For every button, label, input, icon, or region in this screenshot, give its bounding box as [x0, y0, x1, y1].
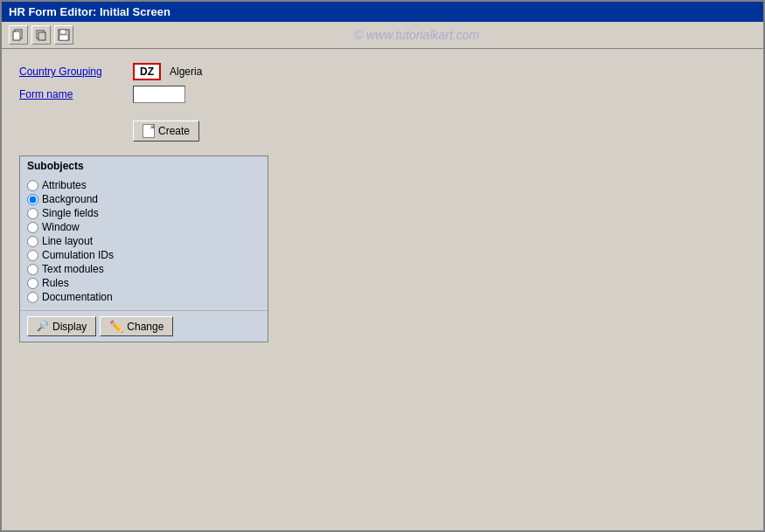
toolbar: © www.tutorialkart.com — [2, 22, 763, 49]
radio-single-fields-label: Single fields — [42, 207, 99, 219]
svg-rect-6 — [59, 35, 68, 40]
create-button[interactable]: Create — [133, 121, 199, 142]
subobjects-box: Subobjects Attributes Background Single … — [19, 155, 268, 342]
change-button-label: Change — [127, 321, 163, 333]
radio-rules-label: Rules — [42, 277, 69, 289]
main-window: HR Form Editor: Initial Screen © www.tut… — [0, 0, 765, 532]
radio-line-layout-label: Line layout — [42, 235, 93, 247]
form-name-label[interactable]: Form name — [19, 88, 133, 100]
form-name-input[interactable] — [133, 86, 185, 103]
content-area: Country Grouping Algeria Form name Creat… — [2, 49, 763, 530]
radio-documentation-input[interactable] — [27, 292, 38, 303]
radio-cumulation-ids-label: Cumulation IDs — [42, 249, 114, 261]
radio-documentation[interactable]: Documentation — [27, 291, 261, 303]
create-button-label: Create — [158, 125, 190, 137]
radio-attributes-label: Attributes — [42, 179, 87, 191]
change-button[interactable]: ✏️ Change — [100, 316, 173, 336]
subobjects-footer: 🔎 Display ✏️ Change — [20, 310, 268, 342]
svg-rect-5 — [60, 30, 66, 34]
create-doc-icon — [143, 124, 155, 138]
save-button[interactable] — [54, 25, 73, 45]
radio-text-modules-input[interactable] — [27, 264, 38, 275]
country-name: Algeria — [170, 66, 202, 78]
radio-window[interactable]: Window — [27, 221, 261, 233]
radio-single-fields[interactable]: Single fields — [27, 207, 261, 219]
radio-window-input[interactable] — [27, 222, 38, 233]
country-grouping-label[interactable]: Country Grouping — [19, 66, 133, 78]
radio-background-input[interactable] — [27, 194, 38, 205]
copy-button[interactable] — [9, 25, 28, 45]
svg-rect-1 — [13, 31, 20, 40]
radio-text-modules-label: Text modules — [42, 263, 104, 275]
subobjects-title: Subobjects — [20, 156, 268, 176]
form-section: Country Grouping Algeria Form name — [19, 63, 746, 103]
radio-rules-input[interactable] — [27, 278, 38, 289]
radio-line-layout[interactable]: Line layout — [27, 235, 261, 247]
radio-documentation-label: Documentation — [42, 291, 113, 303]
pencil-icon: ✏️ — [109, 320, 123, 333]
display-icon: 🔎 — [37, 321, 49, 332]
radio-background[interactable]: Background — [27, 193, 261, 205]
radio-window-label: Window — [42, 221, 80, 233]
radio-background-label: Background — [42, 193, 98, 205]
radio-single-fields-input[interactable] — [27, 208, 38, 219]
title-bar: HR Form Editor: Initial Screen — [2, 2, 763, 22]
radio-attributes[interactable]: Attributes — [27, 179, 261, 191]
country-grouping-input[interactable] — [133, 63, 161, 80]
radio-line-layout-input[interactable] — [27, 236, 38, 247]
radio-cumulation-ids[interactable]: Cumulation IDs — [27, 249, 261, 261]
display-button-label: Display — [52, 321, 87, 333]
display-button[interactable]: 🔎 Display — [27, 316, 96, 336]
radio-cumulation-ids-input[interactable] — [27, 250, 38, 261]
radio-attributes-input[interactable] — [27, 180, 38, 191]
form-name-row: Form name — [19, 86, 746, 103]
cut-button[interactable] — [31, 25, 51, 45]
svg-rect-3 — [38, 32, 45, 40]
country-grouping-row: Country Grouping Algeria — [19, 63, 746, 80]
window-title: HR Form Editor: Initial Screen — [9, 5, 170, 18]
radio-text-modules[interactable]: Text modules — [27, 263, 261, 275]
watermark: © www.tutorialkart.com — [77, 28, 756, 42]
radio-rules[interactable]: Rules — [27, 277, 261, 289]
radio-list: Attributes Background Single fields Wind… — [20, 176, 268, 310]
